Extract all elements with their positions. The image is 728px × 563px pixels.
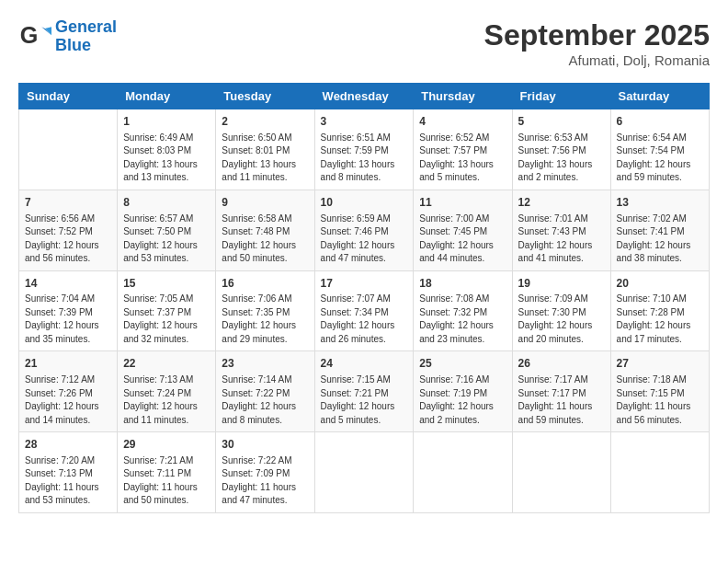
sunset-label: Sunset: 7:34 PM — [321, 307, 389, 317]
daylight-label: Daylight: 12 hours and 17 minutes. — [617, 320, 691, 344]
calendar-cell: 2Sunrise: 6:50 AMSunset: 8:01 PMDaylight… — [216, 109, 314, 190]
calendar-table: SundayMondayTuesdayWednesdayThursdayFrid… — [18, 83, 710, 513]
day-number: 27 — [617, 356, 703, 372]
sunrise-label: Sunrise: 6:50 AM — [222, 132, 291, 143]
daylight-label: Daylight: 12 hours and 38 minutes. — [617, 240, 691, 264]
calendar-cell: 22Sunrise: 7:13 AMSunset: 7:24 PMDayligh… — [118, 351, 216, 432]
daylight-label: Daylight: 12 hours and 53 minutes. — [123, 240, 198, 264]
daylight-label: Daylight: 12 hours and 41 minutes. — [518, 240, 593, 264]
sunset-label: Sunset: 7:30 PM — [518, 307, 586, 317]
daylight-label: Daylight: 12 hours and 56 minutes. — [25, 240, 99, 264]
sunset-label: Sunset: 7:45 PM — [419, 226, 487, 236]
sunset-label: Sunset: 7:37 PM — [123, 307, 191, 317]
sunrise-label: Sunrise: 7:15 AM — [321, 374, 391, 385]
day-number: 10 — [321, 195, 408, 211]
sunrise-label: Sunrise: 6:59 AM — [321, 213, 391, 224]
sunset-label: Sunset: 7:41 PM — [617, 226, 685, 236]
calendar-cell: 20Sunrise: 7:10 AMSunset: 7:28 PMDayligh… — [610, 270, 709, 351]
sunrise-label: Sunrise: 7:04 AM — [25, 293, 95, 304]
calendar-cell: 1Sunrise: 6:49 AMSunset: 8:03 PMDaylight… — [118, 109, 216, 190]
day-info: Sunrise: 7:08 AMSunset: 7:32 PMDaylight:… — [419, 293, 506, 346]
calendar-cell: 15Sunrise: 7:05 AMSunset: 7:37 PMDayligh… — [118, 270, 216, 351]
sunrise-label: Sunrise: 6:49 AM — [123, 132, 193, 143]
sunrise-label: Sunrise: 7:02 AM — [617, 213, 687, 224]
month-title: September 2025 — [484, 18, 710, 52]
page-header: G General Blue September 2025 Afumati, D… — [18, 18, 710, 68]
sunset-label: Sunset: 7:48 PM — [222, 226, 290, 236]
daylight-label: Daylight: 12 hours and 8 minutes. — [222, 401, 296, 425]
day-info: Sunrise: 6:56 AMSunset: 7:52 PMDaylight:… — [25, 213, 111, 266]
logo-text: General Blue — [55, 18, 117, 55]
daylight-label: Daylight: 11 hours and 50 minutes. — [123, 482, 198, 506]
calendar-week-1: 1Sunrise: 6:49 AMSunset: 8:03 PMDaylight… — [19, 109, 710, 190]
sunset-label: Sunset: 7:15 PM — [617, 388, 685, 398]
sunset-label: Sunset: 7:54 PM — [617, 145, 685, 155]
calendar-cell: 21Sunrise: 7:12 AMSunset: 7:26 PMDayligh… — [19, 351, 118, 432]
calendar-cell: 18Sunrise: 7:08 AMSunset: 7:32 PMDayligh… — [414, 270, 512, 351]
location-subtitle: Afumati, Dolj, Romania — [484, 52, 710, 68]
calendar-cell: 25Sunrise: 7:16 AMSunset: 7:19 PMDayligh… — [414, 351, 512, 432]
day-info: Sunrise: 7:22 AMSunset: 7:09 PMDaylight:… — [222, 454, 308, 508]
daylight-label: Daylight: 11 hours and 53 minutes. — [25, 482, 99, 506]
sunset-label: Sunset: 7:28 PM — [617, 307, 685, 317]
daylight-label: Daylight: 13 hours and 13 minutes. — [123, 159, 198, 183]
daylight-label: Daylight: 12 hours and 32 minutes. — [123, 320, 198, 344]
weekday-header-sunday: Sunday — [19, 84, 118, 109]
logo-icon: G — [18, 20, 51, 53]
day-info: Sunrise: 6:58 AMSunset: 7:48 PMDaylight:… — [222, 213, 308, 266]
sunrise-label: Sunrise: 7:10 AM — [617, 293, 687, 304]
daylight-label: Daylight: 12 hours and 47 minutes. — [321, 240, 395, 264]
calendar-cell — [314, 432, 414, 513]
sunrise-label: Sunrise: 7:14 AM — [222, 374, 291, 385]
sunrise-label: Sunrise: 6:53 AM — [518, 132, 588, 143]
sunrise-label: Sunrise: 6:57 AM — [123, 213, 193, 224]
sunset-label: Sunset: 8:03 PM — [123, 145, 191, 155]
calendar-cell: 28Sunrise: 7:20 AMSunset: 7:13 PMDayligh… — [19, 432, 118, 513]
sunset-label: Sunset: 7:56 PM — [518, 145, 586, 155]
day-number: 19 — [518, 276, 605, 292]
weekday-header-wednesday: Wednesday — [314, 84, 414, 109]
day-number: 4 — [419, 114, 506, 130]
day-number: 30 — [222, 437, 308, 453]
sunrise-label: Sunrise: 7:06 AM — [222, 293, 291, 304]
calendar-cell: 11Sunrise: 7:00 AMSunset: 7:45 PMDayligh… — [414, 190, 512, 270]
sunrise-label: Sunrise: 6:58 AM — [222, 213, 291, 224]
sunset-label: Sunset: 7:46 PM — [321, 226, 389, 236]
sunrise-label: Sunrise: 7:13 AM — [123, 374, 193, 385]
day-info: Sunrise: 7:15 AMSunset: 7:21 PMDaylight:… — [321, 373, 408, 427]
day-info: Sunrise: 7:17 AMSunset: 7:17 PMDaylight:… — [518, 373, 605, 427]
daylight-label: Daylight: 12 hours and 20 minutes. — [518, 320, 593, 344]
day-number: 5 — [518, 114, 605, 130]
sunset-label: Sunset: 7:57 PM — [419, 145, 487, 155]
calendar-week-3: 14Sunrise: 7:04 AMSunset: 7:39 PMDayligh… — [19, 270, 710, 351]
daylight-label: Daylight: 13 hours and 5 minutes. — [419, 159, 494, 183]
day-number: 22 — [123, 356, 210, 372]
calendar-cell: 24Sunrise: 7:15 AMSunset: 7:21 PMDayligh… — [314, 351, 414, 432]
calendar-cell: 9Sunrise: 6:58 AMSunset: 7:48 PMDaylight… — [216, 190, 314, 270]
day-number: 13 — [617, 195, 703, 211]
day-number: 20 — [617, 276, 703, 292]
calendar-cell: 29Sunrise: 7:21 AMSunset: 7:11 PMDayligh… — [118, 432, 216, 513]
day-number: 8 — [123, 195, 210, 211]
sunrise-label: Sunrise: 7:12 AM — [25, 374, 95, 385]
day-info: Sunrise: 7:09 AMSunset: 7:30 PMDaylight:… — [518, 293, 605, 346]
calendar-cell — [414, 432, 512, 513]
daylight-label: Daylight: 12 hours and 44 minutes. — [419, 240, 494, 264]
logo-general: General — [55, 17, 117, 36]
calendar-cell: 5Sunrise: 6:53 AMSunset: 7:56 PMDaylight… — [512, 109, 610, 190]
calendar-cell — [512, 432, 610, 513]
sunset-label: Sunset: 7:59 PM — [321, 145, 389, 155]
day-info: Sunrise: 7:20 AMSunset: 7:13 PMDaylight:… — [25, 454, 111, 508]
sunrise-label: Sunrise: 6:52 AM — [419, 132, 489, 143]
calendar-cell: 26Sunrise: 7:17 AMSunset: 7:17 PMDayligh… — [512, 351, 610, 432]
calendar-cell: 7Sunrise: 6:56 AMSunset: 7:52 PMDaylight… — [19, 190, 118, 270]
svg-text:G: G — [20, 22, 39, 48]
calendar-cell: 12Sunrise: 7:01 AMSunset: 7:43 PMDayligh… — [512, 190, 610, 270]
sunrise-label: Sunrise: 7:01 AM — [518, 213, 588, 224]
day-number: 9 — [222, 195, 308, 211]
day-number: 3 — [321, 114, 408, 130]
daylight-label: Daylight: 13 hours and 8 minutes. — [321, 159, 395, 183]
daylight-label: Daylight: 12 hours and 59 minutes. — [617, 159, 691, 183]
calendar-week-4: 21Sunrise: 7:12 AMSunset: 7:26 PMDayligh… — [19, 351, 710, 432]
day-number: 21 — [25, 356, 111, 372]
